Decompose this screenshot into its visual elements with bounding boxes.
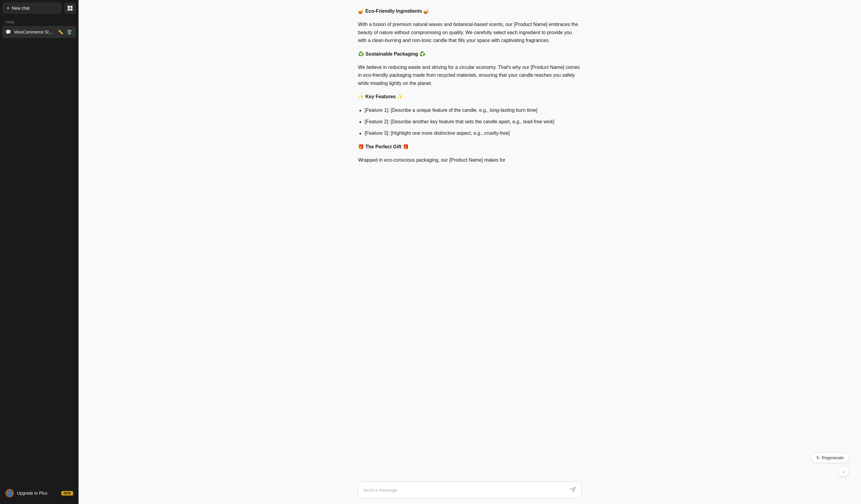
sidebar-top: + New chat <box>2 2 76 14</box>
send-icon <box>570 487 576 493</box>
regenerate-button[interactable]: ↻ Regenerate <box>811 453 849 463</box>
sidebar-bottom: 👤 Upgrade to Plus NEW <box>2 483 76 502</box>
chat-messages: 🪔 Eco-Friendly Ingredients 🪔 With a fusi… <box>334 0 606 478</box>
chat-bubble-icon: 💬 <box>5 29 11 35</box>
new-badge: NEW <box>61 491 73 495</box>
regenerate-icon: ↻ <box>816 455 820 460</box>
chat-item-label: WooCommerce Store <box>14 30 54 35</box>
upgrade-to-plus-button[interactable]: 👤 Upgrade to Plus NEW <box>2 486 76 500</box>
plus-icon: + <box>6 5 9 11</box>
floating-controls: ↻ Regenerate ↓ <box>811 453 849 477</box>
sustainable-packaging-heading: ♻️ Sustainable Packaging ♻️ <box>358 50 582 58</box>
feature-item-2: [Feature 2]: [Describe another key featu… <box>358 118 582 126</box>
perfect-gift-heading: 🎁 The Perfect Gift 🎁 <box>358 143 582 151</box>
edit-chat-button[interactable]: ✏️ <box>57 29 64 35</box>
scroll-down-button[interactable]: ↓ <box>838 466 849 477</box>
eco-ingredients-heading: 🪔 Eco-Friendly Ingredients 🪔 <box>358 7 582 15</box>
layout-toggle-button[interactable] <box>64 2 76 14</box>
feature-item-1: [Feature 1]: [Describe a unique feature … <box>358 106 582 114</box>
chat-history-item[interactable]: 💬 WooCommerce Store ✏️ 🗑️ <box>2 26 76 38</box>
chat-item-actions: ✏️ 🗑️ <box>57 29 73 35</box>
chevron-down-icon: ↓ <box>842 469 845 474</box>
assistant-message: 🪔 Eco-Friendly Ingredients 🪔 With a fusi… <box>358 7 582 164</box>
feature-item-3: [Feature 3]: [Highlight one more distinc… <box>358 129 582 137</box>
regenerate-label: Regenerate <box>822 455 844 460</box>
sustainable-packaging-body: We believe in reducing waste and strivin… <box>358 64 582 87</box>
message-input[interactable] <box>363 487 569 492</box>
input-row <box>358 482 582 498</box>
new-chat-label: New chat <box>12 6 29 11</box>
new-chat-button[interactable]: + New chat <box>2 2 62 14</box>
today-section-label: Today <box>2 19 76 26</box>
delete-chat-button[interactable]: 🗑️ <box>66 29 73 35</box>
sidebar: + New chat Today 💬 WooCommerce Store ✏️ … <box>0 0 79 504</box>
send-button[interactable] <box>569 486 576 493</box>
eco-ingredients-body: With a fusion of premium natural waxes a… <box>358 21 582 44</box>
key-features-list: [Feature 1]: [Describe a unique feature … <box>358 106 582 137</box>
main-content: 🪔 Eco-Friendly Ingredients 🪔 With a fusi… <box>79 0 861 504</box>
key-features-heading: ✨ Key Features ✨ <box>358 93 582 100</box>
layout-squares-icon <box>68 6 72 11</box>
user-avatar: 👤 <box>5 489 14 498</box>
input-area <box>334 478 606 504</box>
upgrade-label: Upgrade to Plus <box>17 491 47 495</box>
perfect-gift-body: Wrapped in eco-conscious packaging, our … <box>358 156 582 164</box>
